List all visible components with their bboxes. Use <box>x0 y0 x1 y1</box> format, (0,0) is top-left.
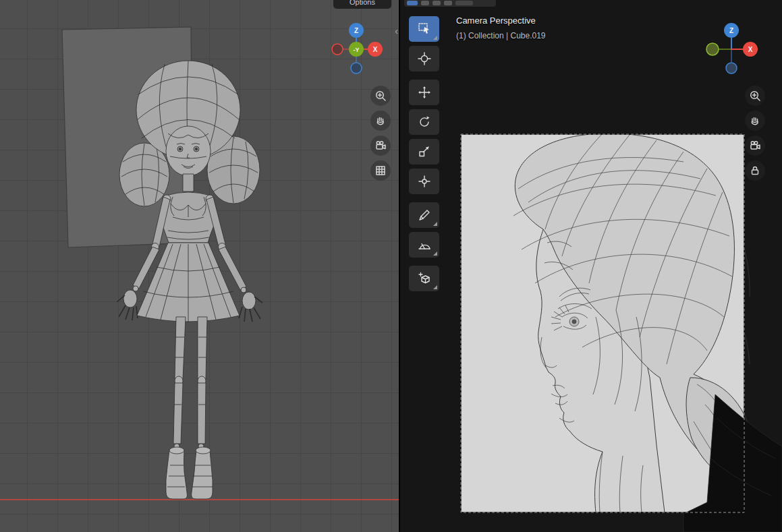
tool-expand-indicator <box>433 222 437 226</box>
editor-type-icon[interactable] <box>407 1 418 5</box>
grid-orthographic-icon <box>374 165 387 177</box>
mode-icon[interactable] <box>455 1 473 5</box>
transform-icon <box>417 174 432 189</box>
camera-view-icon <box>374 140 387 152</box>
tool-rotate[interactable] <box>409 109 439 135</box>
tool-select-box[interactable] <box>409 16 439 42</box>
tool-measure[interactable] <box>409 232 439 258</box>
add-cube-icon <box>417 271 432 286</box>
scale-icon <box>417 144 432 159</box>
view-name-label: Camera Perspective <box>456 16 536 26</box>
tool-scale[interactable] <box>409 139 439 165</box>
svg-text:X: X <box>748 46 753 53</box>
cursor-icon <box>417 51 432 66</box>
options-button-label: Options <box>350 0 375 9</box>
zoom-button[interactable] <box>370 86 391 106</box>
axis-neg-z-ball <box>726 63 737 73</box>
mode-icon[interactable] <box>432 1 441 5</box>
blender-window: Options ‹ Z X -Y <box>0 0 782 532</box>
doll-wireframe <box>0 0 399 532</box>
tool-expand-indicator <box>433 252 437 256</box>
sidebar-collapse-icon[interactable]: ‹ <box>395 26 398 36</box>
collection-breadcrumb: (1) Collection | Cube.019 <box>456 31 546 40</box>
select-box-icon <box>417 22 432 36</box>
zoom-button[interactable] <box>745 86 765 106</box>
svg-text:Z: Z <box>729 27 733 34</box>
svg-text:-Y: -Y <box>354 47 360 53</box>
mode-icon[interactable] <box>421 1 429 5</box>
head-wireframe <box>400 0 782 532</box>
grid-ortho-button[interactable] <box>370 160 391 181</box>
lock-icon <box>749 165 761 177</box>
tool-cursor[interactable] <box>409 46 439 71</box>
svg-text:Z: Z <box>354 27 358 34</box>
viewport-header-partial[interactable] <box>404 0 496 7</box>
toolbar <box>409 16 440 295</box>
annotate-pen-icon <box>417 208 432 223</box>
zoom-icon <box>374 90 387 102</box>
pan-hand-icon <box>374 115 387 127</box>
viewport-nav-icons <box>370 86 391 181</box>
options-button[interactable]: Options <box>333 0 391 9</box>
rotate-icon <box>417 115 432 129</box>
camera-view-button[interactable] <box>370 136 391 156</box>
pan-button[interactable] <box>370 111 391 131</box>
axis-neg-z-ball <box>351 63 362 73</box>
axis-y-ball <box>706 43 719 55</box>
tool-expand-indicator <box>433 36 437 40</box>
svg-text:X: X <box>373 46 378 53</box>
move-icon <box>417 85 432 100</box>
tool-transform[interactable] <box>409 169 439 194</box>
measure-icon <box>417 237 432 252</box>
tool-expand-indicator <box>433 285 437 289</box>
tool-annotate[interactable] <box>409 202 439 228</box>
mode-icon[interactable] <box>444 1 452 5</box>
lock-button[interactable] <box>745 160 765 181</box>
navigation-gizmo[interactable]: Z X <box>704 22 758 76</box>
navigation-gizmo[interactable]: Z X -Y <box>329 22 383 76</box>
axis-neg-x-ball <box>332 44 343 55</box>
viewport-camera-perspective[interactable]: Camera Perspective (1) Collection | Cube… <box>400 0 782 532</box>
zoom-icon <box>749 90 761 102</box>
camera-icon <box>749 140 761 152</box>
viewport-front-ortho[interactable]: Options ‹ Z X -Y <box>0 0 399 532</box>
camera-view-button[interactable] <box>745 136 765 156</box>
pan-hand-icon <box>749 115 761 127</box>
viewport-nav-icons <box>745 86 765 181</box>
pan-button[interactable] <box>745 111 765 131</box>
tool-move[interactable] <box>409 80 439 105</box>
tool-add-cube[interactable] <box>409 266 439 291</box>
